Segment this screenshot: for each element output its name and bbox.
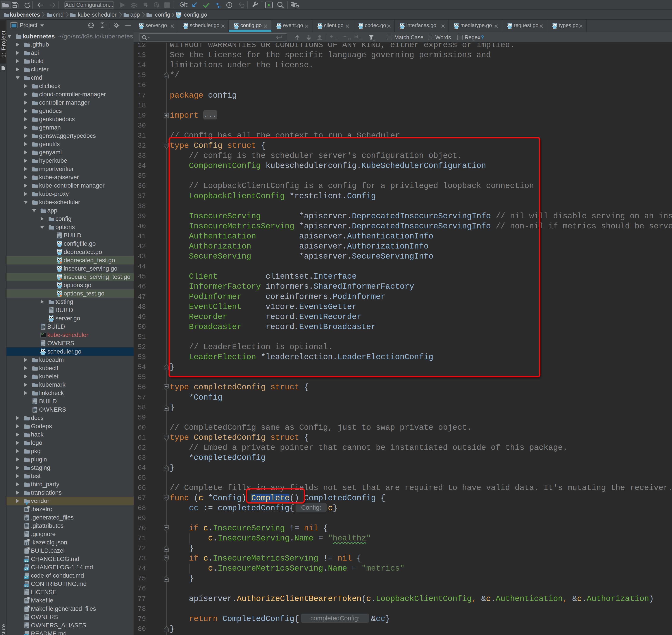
svg-text:II: II (334, 37, 338, 41)
svg-text:II: II (348, 37, 352, 41)
svg-text:II: II (359, 37, 363, 41)
